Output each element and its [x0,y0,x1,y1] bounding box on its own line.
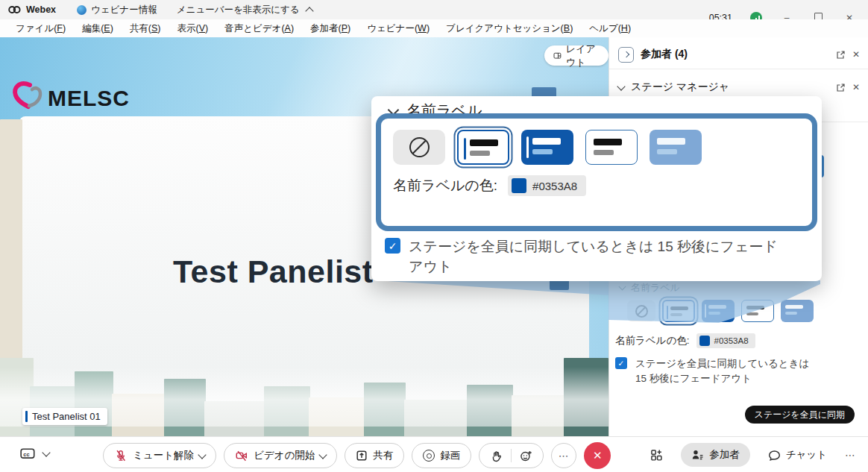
style-preview-bar [464,138,466,160]
chevron-down-icon[interactable] [319,450,327,459]
label-style-none[interactable] [393,130,445,165]
leave-webinar-button[interactable] [584,442,611,469]
menu-p[interactable]: 参加者(P) [302,22,359,35]
hide-menubar-button[interactable]: メニューバーを非表示にする [177,4,312,16]
name-label-style-options [393,130,812,165]
style-preview-bar [657,149,677,154]
name-label-section-header[interactable]: 名前ラベル [620,281,680,295]
color-picker-chip[interactable]: #0353A8 [696,333,755,348]
label-style-light-accent-bar[interactable] [457,130,509,165]
participants-toggle-label: 参加者 [709,448,740,462]
melsc-wordmark: MELSC [48,86,130,110]
close-panel-icon[interactable]: ✕ [852,82,860,92]
style-preview-bar [594,150,614,155]
more-panels-button[interactable]: ⋯ [845,449,856,461]
closed-captions-icon[interactable]: cc [19,447,36,460]
menu-h[interactable]: ヘルプ(H) [581,22,639,35]
pop-out-panel-icon[interactable] [836,50,846,60]
sync-fade-checkbox-row[interactable]: ステージを全員に同期しているときは 15 秒後にフェードアウト [615,356,814,386]
style-preview-bar [657,138,685,145]
start-video-button[interactable]: ビデオの開始 [224,443,337,468]
expand-participants-icon[interactable] [618,47,634,63]
magnifier-highlight-box: 名前ラベルの色: #0353A8 [376,113,817,231]
record-button[interactable]: 録画 [412,443,471,468]
menubar: ファイル(F)編集(E)共有(S)表示(V)音声とビデオ(A)参加者(P)ウェビ… [0,19,868,37]
titlebar: Webex ウェビナー情報 メニューバーを非表示にする 05:31 [0,0,868,20]
menu-f[interactable]: ファイル(F) [7,22,74,35]
sync-stage-button-label: ステージを全員に同期 [755,409,845,421]
reactions-button-group [479,443,544,468]
participants-panel-header[interactable]: 参加者 (4) ✕ [609,42,868,67]
pop-out-panel-icon[interactable] [836,83,846,92]
more-options-button[interactable]: ⋯ [551,443,576,468]
sync-stage-button[interactable]: ステージを全員に同期 [745,406,855,424]
unmute-button[interactable]: ミュート解除 [103,443,216,468]
label-style-translucent[interactable] [650,130,702,165]
app-name: Webex [26,4,56,15]
name-label-section-title: 名前ラベル [631,281,680,295]
style-preview-bar [532,149,553,154]
record-icon [423,450,435,462]
color-swatch [699,336,710,346]
participant-display-name: Test Panelist [173,254,374,290]
share-screen-icon [356,450,368,462]
close-panel-icon[interactable]: ✕ [852,49,860,60]
label-style-blue[interactable] [521,130,573,165]
layout-button[interactable]: レイアウト [544,45,608,66]
checkbox-checked-icon[interactable] [385,238,400,254]
unmute-label: ミュート解除 [133,449,194,462]
checkbox-checked-icon[interactable] [615,357,627,369]
sync-fade-checkbox-label: ステージを全員に同期しているときは 15 秒後にフェードアウト [635,356,814,386]
menu-w[interactable]: ウェビナー(W) [359,22,438,35]
menu-s[interactable]: 共有(S) [122,22,169,35]
style-preview-bar [705,304,706,318]
label-style-light-accent-bar[interactable] [662,300,695,322]
name-label-accent-bar [25,411,28,422]
style-preview-bar [785,312,797,315]
apps-icon[interactable] [650,449,663,462]
chevron-down-icon[interactable] [198,450,206,459]
label-style-translucent[interactable] [781,300,814,322]
webinar-info-label: ウェビナー情報 [91,4,157,16]
style-preview-bar [670,313,682,316]
webinar-info-button[interactable]: ウェビナー情報 [77,4,157,16]
chevron-up-icon [305,7,313,15]
menu-e[interactable]: 編集(E) [74,22,122,35]
panel-divider [609,69,868,69]
prohibition-icon [635,305,648,318]
name-label-color-label: 名前ラベルの色: [615,334,690,347]
name-label-text: Test Panelist 01 [32,411,101,422]
style-preview-bar [708,305,726,309]
menu-b[interactable]: ブレイクアウトセッション(B) [438,22,581,35]
name-label-color-label: 名前ラベルの色: [393,176,497,195]
participants-toggle-button[interactable]: 参加者 [681,443,750,467]
hide-menubar-label: メニューバーを非表示にする [177,4,300,16]
style-preview-bar [532,138,561,145]
sync-fade-checkbox-row[interactable]: ステージを全員に同期しているときは 15 秒後にフェードアウト [385,236,787,277]
menu-v[interactable]: 表示(V) [169,22,217,35]
svg-text:cc: cc [23,451,29,458]
chat-icon [768,449,781,462]
record-label: 録画 [440,449,460,462]
participant-name-label: Test Panelist 01 [22,408,107,425]
label-style-light[interactable] [585,130,638,165]
menu-a[interactable]: 音声とビデオ(A) [216,22,302,35]
chevron-down-icon[interactable] [42,448,50,456]
label-style-light[interactable] [741,300,774,322]
label-style-blue[interactable] [702,300,735,322]
name-label-style-options [627,300,814,322]
style-preview-bar [667,306,668,319]
webex-window: Webex ウェビナー情報 メニューバーを非表示にする 05:31 ファイル(F… [0,0,868,472]
label-style-none[interactable] [627,300,655,321]
style-preview-bar [746,306,764,309]
color-picker-chip[interactable]: #0353A8 [508,175,586,196]
raise-hand-icon[interactable] [490,450,503,462]
style-preview-bar [470,139,498,146]
prohibition-icon [409,137,430,157]
reactions-smiley-icon[interactable] [520,450,532,462]
collapse-section-icon [617,82,625,90]
camera-off-icon [235,449,248,462]
share-button[interactable]: 共有 [345,443,404,468]
chat-toggle-button[interactable]: チャット [768,448,827,462]
ellipsis-icon: ⋯ [559,450,570,462]
